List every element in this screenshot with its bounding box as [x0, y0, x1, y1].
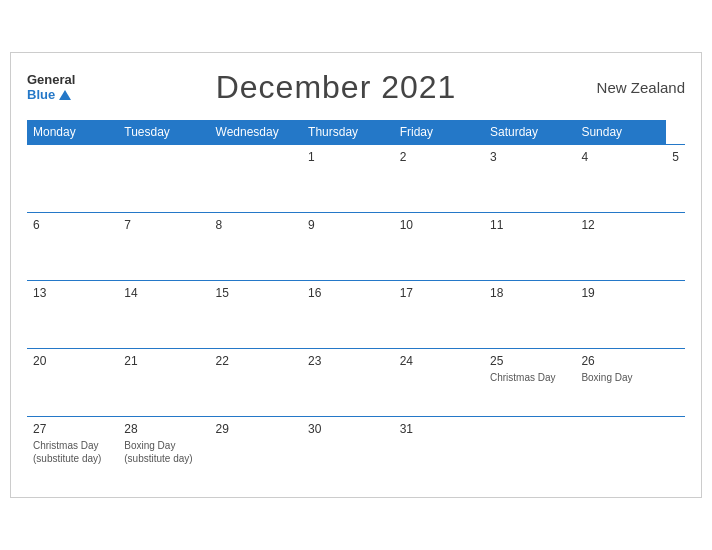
calendar-day-cell — [27, 145, 118, 213]
calendar-day-cell: 16 — [302, 281, 394, 349]
day-number: 17 — [400, 286, 478, 300]
calendar-day-cell: 21 — [118, 349, 209, 417]
day-number: 14 — [124, 286, 203, 300]
calendar-day-cell: 19 — [575, 281, 666, 349]
header-friday: Friday — [394, 120, 484, 145]
day-number: 19 — [581, 286, 660, 300]
header-thursday: Thursday — [302, 120, 394, 145]
holiday-label: Christmas Day (substitute day) — [33, 439, 112, 465]
day-number: 13 — [33, 286, 112, 300]
calendar-day-cell — [210, 145, 303, 213]
calendar-day-cell: 20 — [27, 349, 118, 417]
calendar-day-cell: 11 — [484, 213, 575, 281]
day-number: 11 — [490, 218, 569, 232]
calendar-day-cell: 29 — [210, 417, 303, 485]
logo-triangle-icon — [59, 90, 71, 100]
calendar-day-cell: 23 — [302, 349, 394, 417]
calendar-table: Monday Tuesday Wednesday Thursday Friday… — [27, 120, 685, 485]
logo: General Blue — [27, 73, 75, 102]
calendar-day-cell: 6 — [27, 213, 118, 281]
calendar-day-cell: 24 — [394, 349, 484, 417]
calendar-container: General Blue December 2021 New Zealand M… — [10, 52, 702, 498]
header-monday: Monday — [27, 120, 118, 145]
calendar-day-cell: 5 — [666, 145, 685, 213]
day-number: 21 — [124, 354, 203, 368]
calendar-header: General Blue December 2021 New Zealand — [27, 69, 685, 106]
day-number: 30 — [308, 422, 388, 436]
day-number: 27 — [33, 422, 112, 436]
day-number: 25 — [490, 354, 569, 368]
calendar-day-cell: 27Christmas Day (substitute day) — [27, 417, 118, 485]
day-number: 5 — [672, 150, 679, 164]
calendar-week-row: 27Christmas Day (substitute day)28Boxing… — [27, 417, 685, 485]
calendar-title: December 2021 — [216, 69, 457, 106]
calendar-day-cell: 18 — [484, 281, 575, 349]
calendar-day-cell: 28Boxing Day (substitute day) — [118, 417, 209, 485]
calendar-week-row: 6789101112 — [27, 213, 685, 281]
calendar-day-cell: 7 — [118, 213, 209, 281]
holiday-label: Christmas Day — [490, 371, 569, 384]
calendar-day-cell: 26Boxing Day — [575, 349, 666, 417]
day-number: 2 — [400, 150, 478, 164]
weekday-header-row: Monday Tuesday Wednesday Thursday Friday… — [27, 120, 685, 145]
header-tuesday: Tuesday — [118, 120, 209, 145]
calendar-day-cell: 10 — [394, 213, 484, 281]
calendar-day-cell — [118, 145, 209, 213]
day-number: 15 — [216, 286, 297, 300]
calendar-day-cell: 12 — [575, 213, 666, 281]
day-number: 28 — [124, 422, 203, 436]
calendar-day-cell: 2 — [394, 145, 484, 213]
day-number: 31 — [400, 422, 478, 436]
header-saturday: Saturday — [484, 120, 575, 145]
day-number: 7 — [124, 218, 203, 232]
header-sunday: Sunday — [575, 120, 666, 145]
calendar-day-cell: 4 — [575, 145, 666, 213]
header-wednesday: Wednesday — [210, 120, 303, 145]
day-number: 8 — [216, 218, 297, 232]
holiday-label: Boxing Day — [581, 371, 660, 384]
calendar-day-cell: 1 — [302, 145, 394, 213]
calendar-day-cell: 13 — [27, 281, 118, 349]
calendar-region: New Zealand — [597, 79, 685, 96]
day-number: 1 — [308, 150, 388, 164]
day-number: 29 — [216, 422, 297, 436]
logo-general-text: General — [27, 73, 75, 87]
calendar-day-cell: 30 — [302, 417, 394, 485]
calendar-day-cell: 17 — [394, 281, 484, 349]
calendar-day-cell: 25Christmas Day — [484, 349, 575, 417]
day-number: 18 — [490, 286, 569, 300]
day-number: 22 — [216, 354, 297, 368]
day-number: 10 — [400, 218, 478, 232]
calendar-day-cell: 15 — [210, 281, 303, 349]
calendar-day-cell: 8 — [210, 213, 303, 281]
calendar-day-cell: 3 — [484, 145, 575, 213]
day-number: 6 — [33, 218, 112, 232]
day-number: 4 — [581, 150, 660, 164]
calendar-day-cell — [575, 417, 666, 485]
calendar-week-row: 202122232425Christmas Day26Boxing Day — [27, 349, 685, 417]
calendar-day-cell: 22 — [210, 349, 303, 417]
calendar-day-cell: 14 — [118, 281, 209, 349]
calendar-week-row: 13141516171819 — [27, 281, 685, 349]
day-number: 26 — [581, 354, 660, 368]
calendar-day-cell — [484, 417, 575, 485]
day-number: 9 — [308, 218, 388, 232]
calendar-day-cell: 9 — [302, 213, 394, 281]
logo-blue-text: Blue — [27, 88, 71, 102]
calendar-week-row: 12345 — [27, 145, 685, 213]
day-number: 16 — [308, 286, 388, 300]
day-number: 3 — [490, 150, 569, 164]
day-number: 20 — [33, 354, 112, 368]
day-number: 12 — [581, 218, 660, 232]
day-number: 23 — [308, 354, 388, 368]
calendar-day-cell: 31 — [394, 417, 484, 485]
day-number: 24 — [400, 354, 478, 368]
holiday-label: Boxing Day (substitute day) — [124, 439, 203, 465]
